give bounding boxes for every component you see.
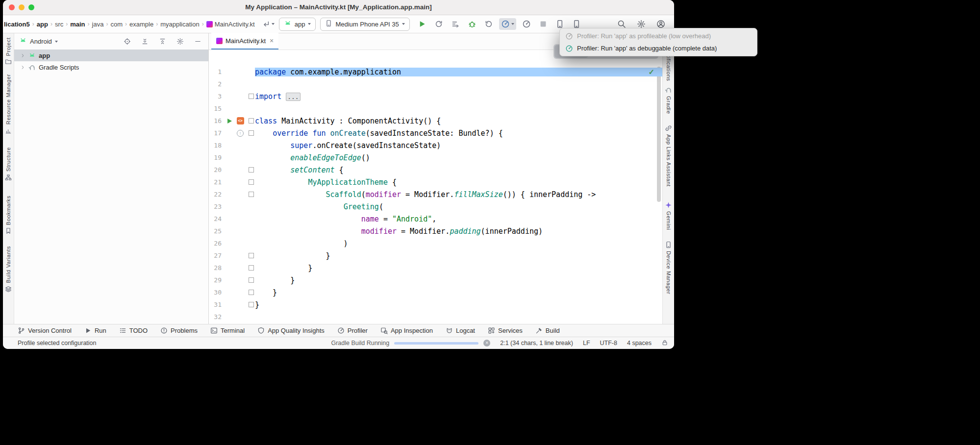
sidebar-item-app-links-assistant[interactable]: App Links Assistant	[665, 124, 672, 187]
code-line[interactable]: 32	[209, 311, 662, 323]
hide-panel-button[interactable]	[192, 36, 203, 47]
profiler-button[interactable]	[499, 18, 516, 30]
sidebar-item-resource-manager[interactable]: Resource Manager	[5, 74, 12, 134]
code-line[interactable]: 23 Greeting(	[209, 200, 662, 213]
fold-marker[interactable]	[249, 253, 254, 258]
tool-button-todo[interactable]: TODO	[119, 327, 148, 334]
code-line-text: setContent {	[255, 166, 662, 174]
sidebar-item-structure[interactable]: Structure	[5, 147, 12, 181]
fold-marker[interactable]	[249, 130, 254, 136]
indent-indicator[interactable]: 4 spaces	[627, 340, 652, 346]
tool-button-services[interactable]: Services	[488, 327, 523, 334]
sidebar-item-gemini[interactable]: Gemini	[665, 201, 672, 230]
breadcrumb-item[interactable]: java	[92, 21, 104, 28]
sync-project-button[interactable]	[262, 20, 275, 28]
tool-button-profiler[interactable]: Profiler	[337, 327, 368, 334]
breadcrumb-item[interactable]: example	[129, 21, 153, 28]
code-line[interactable]: 17↑ override fun onCreate(savedInstanceS…	[209, 127, 662, 139]
caret-position[interactable]: 2:1 (34 chars, 1 line break)	[500, 340, 573, 346]
tool-button-logcat[interactable]: Logcat	[446, 327, 475, 334]
fold-marker[interactable]	[249, 94, 254, 99]
sidebar-item-project[interactable]: Project	[5, 37, 12, 65]
expand-all-button[interactable]	[139, 36, 151, 47]
profiler-menu-item[interactable]: Profiler: Run 'app' as profileable (low …	[560, 30, 757, 42]
run-button[interactable]	[416, 18, 428, 30]
code-line[interactable]: 24 name = "Android",	[209, 213, 662, 225]
tool-button-app-inspection[interactable]: App Inspection	[380, 327, 433, 334]
tool-button-build[interactable]: Build	[535, 327, 560, 334]
fold-marker[interactable]	[249, 118, 254, 124]
sidebar-item-gradle[interactable]: Gradle	[665, 86, 672, 114]
code-line[interactable]: 22 Scaffold(modifier = Modifier.fillMaxS…	[209, 188, 662, 200]
editor-tab-mainactivity[interactable]: MainActivity.kt ×	[211, 33, 278, 49]
apply-code-changes-button[interactable]	[449, 18, 462, 30]
code-line[interactable]: 27 }	[209, 249, 662, 262]
fold-marker[interactable]	[249, 167, 254, 173]
code-line[interactable]: 29 }	[209, 274, 662, 286]
run-class-gutter-icon[interactable]	[225, 116, 234, 126]
code-line-text: package com.example.myapplication	[255, 68, 662, 76]
sidebar-item-bookmarks[interactable]: Bookmarks	[5, 196, 12, 234]
collapse-all-button[interactable]	[157, 36, 168, 47]
tree-row-app[interactable]: app	[14, 49, 208, 61]
encoding-indicator[interactable]: UTF-8	[600, 340, 617, 346]
retry-debugger-button[interactable]	[482, 18, 495, 30]
close-tab-icon[interactable]: ×	[270, 37, 274, 45]
cancel-build-icon[interactable]: ×	[483, 340, 490, 346]
code-line[interactable]: 15	[209, 102, 662, 115]
minus-icon	[194, 38, 201, 45]
fold-marker[interactable]	[249, 192, 254, 197]
tool-button-version-control[interactable]: Version Control	[18, 327, 72, 334]
breadcrumb-item[interactable]: lication5	[4, 21, 30, 28]
project-view-selector[interactable]: Android	[30, 38, 52, 45]
code-line[interactable]: 3import ...	[209, 90, 662, 102]
fold-marker[interactable]	[249, 302, 254, 307]
code-line[interactable]: 1package com.example.myapplication✓	[209, 66, 662, 78]
fold-marker[interactable]	[249, 179, 254, 185]
run-icon	[227, 119, 232, 124]
code-line[interactable]: 19 enableEdgeToEdge()	[209, 151, 662, 164]
code-line[interactable]: 28 }	[209, 262, 662, 274]
project-options-button[interactable]	[175, 36, 186, 47]
tool-button-run[interactable]: Run	[84, 327, 106, 334]
breadcrumb-item[interactable]: main	[70, 21, 85, 28]
fold-marker[interactable]	[249, 290, 254, 295]
breadcrumb-item[interactable]: MainActivity.kt	[206, 21, 255, 28]
tree-row-gradle-scripts[interactable]: Gradle Scripts	[14, 61, 208, 73]
kotlin-file-icon	[216, 38, 223, 44]
run-configuration-select[interactable]: app	[279, 18, 316, 31]
code-line[interactable]: 26 )	[209, 237, 662, 249]
code-line[interactable]: 16<>class MainActivity : ComponentActivi…	[209, 115, 662, 127]
profiler-low-overhead-button[interactable]	[520, 18, 533, 30]
code-area[interactable]: 1package com.example.myapplication✓23imp…	[209, 50, 662, 324]
select-opened-file-button[interactable]	[122, 36, 133, 47]
tool-button-app-quality-insights[interactable]: App Quality Insights	[257, 327, 325, 334]
breadcrumb-item[interactable]: app	[37, 21, 48, 28]
fold-marker[interactable]	[249, 265, 254, 271]
code-line[interactable]: 30 }	[209, 286, 662, 298]
breadcrumb-item[interactable]: src	[55, 21, 63, 28]
override-gutter-icon[interactable]: ↑	[235, 128, 245, 138]
tool-button-label: Run	[95, 327, 106, 334]
stop-button[interactable]	[537, 18, 550, 30]
breadcrumb-item[interactable]: myapplication	[160, 21, 200, 28]
code-line[interactable]: 25 modifier = Modifier.padding(innerPadd…	[209, 225, 662, 237]
debug-button[interactable]	[466, 18, 478, 30]
profiler-menu-item[interactable]: Profiler: Run 'app' as debuggable (compl…	[560, 42, 757, 54]
line-ending-indicator[interactable]: LF	[583, 340, 590, 346]
sidebar-item-build-variants[interactable]: Build Variants	[5, 246, 12, 292]
title-bar[interactable]: My Application – MainActivity.kt [My_App…	[3, 0, 674, 15]
compose-marker-icon[interactable]: <>	[235, 116, 245, 126]
tool-button-terminal[interactable]: Terminal	[210, 327, 245, 334]
code-line[interactable]: 18 super.onCreate(savedInstanceState)	[209, 139, 662, 151]
code-line[interactable]: 31}	[209, 298, 662, 311]
code-line[interactable]: 21 MyApplicationTheme {	[209, 176, 662, 188]
apply-changes-button[interactable]	[432, 18, 445, 30]
breadcrumb-item[interactable]: com	[110, 21, 123, 28]
device-select[interactable]: Medium Phone API 35	[320, 18, 409, 31]
fold-marker[interactable]	[249, 277, 254, 283]
sidebar-item-device-manager[interactable]: Device Manager	[665, 241, 672, 295]
code-line[interactable]: 20 setContent {	[209, 164, 662, 176]
tool-button-problems[interactable]: Problems	[160, 327, 198, 334]
code-line[interactable]: 2	[209, 78, 662, 90]
